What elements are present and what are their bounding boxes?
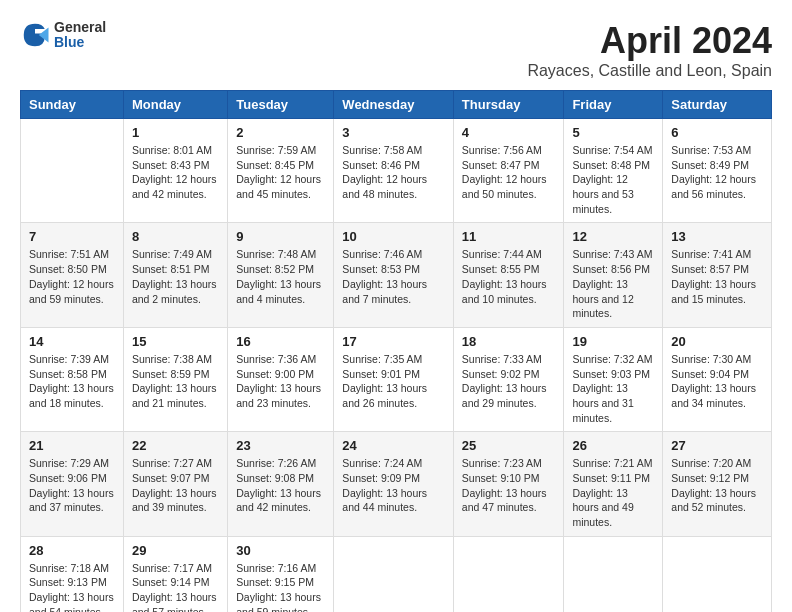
- day-info: Sunrise: 7:48 AMSunset: 8:52 PMDaylight:…: [236, 247, 325, 306]
- header-monday: Monday: [123, 91, 227, 119]
- header-tuesday: Tuesday: [228, 91, 334, 119]
- day-number: 23: [236, 438, 325, 453]
- day-number: 3: [342, 125, 445, 140]
- day-info: Sunrise: 7:16 AMSunset: 9:15 PMDaylight:…: [236, 561, 325, 612]
- calendar-cell: 21Sunrise: 7:29 AMSunset: 9:06 PMDayligh…: [21, 432, 124, 536]
- day-number: 14: [29, 334, 115, 349]
- day-number: 4: [462, 125, 556, 140]
- day-info: Sunrise: 7:51 AMSunset: 8:50 PMDaylight:…: [29, 247, 115, 306]
- day-info: Sunrise: 7:41 AMSunset: 8:57 PMDaylight:…: [671, 247, 763, 306]
- day-number: 13: [671, 229, 763, 244]
- calendar-cell: 23Sunrise: 7:26 AMSunset: 9:08 PMDayligh…: [228, 432, 334, 536]
- page-header: General Blue April 2024 Rayaces, Castill…: [20, 20, 772, 80]
- day-info: Sunrise: 7:49 AMSunset: 8:51 PMDaylight:…: [132, 247, 219, 306]
- day-info: Sunrise: 7:23 AMSunset: 9:10 PMDaylight:…: [462, 456, 556, 515]
- calendar-cell: 27Sunrise: 7:20 AMSunset: 9:12 PMDayligh…: [663, 432, 772, 536]
- calendar-cell: 9Sunrise: 7:48 AMSunset: 8:52 PMDaylight…: [228, 223, 334, 327]
- day-number: 26: [572, 438, 654, 453]
- calendar-cell: 16Sunrise: 7:36 AMSunset: 9:00 PMDayligh…: [228, 327, 334, 431]
- calendar-cell: 13Sunrise: 7:41 AMSunset: 8:57 PMDayligh…: [663, 223, 772, 327]
- calendar-cell: 22Sunrise: 7:27 AMSunset: 9:07 PMDayligh…: [123, 432, 227, 536]
- day-info: Sunrise: 7:36 AMSunset: 9:00 PMDaylight:…: [236, 352, 325, 411]
- calendar-cell: 29Sunrise: 7:17 AMSunset: 9:14 PMDayligh…: [123, 536, 227, 612]
- header-friday: Friday: [564, 91, 663, 119]
- logo-text: General Blue: [54, 20, 106, 51]
- day-number: 2: [236, 125, 325, 140]
- day-number: 17: [342, 334, 445, 349]
- calendar-cell: 18Sunrise: 7:33 AMSunset: 9:02 PMDayligh…: [453, 327, 564, 431]
- day-number: 12: [572, 229, 654, 244]
- logo-icon: [20, 20, 50, 50]
- logo-general-text: General: [54, 20, 106, 35]
- calendar-cell: 4Sunrise: 7:56 AMSunset: 8:47 PMDaylight…: [453, 119, 564, 223]
- calendar-cell: [334, 536, 454, 612]
- day-number: 24: [342, 438, 445, 453]
- day-info: Sunrise: 7:56 AMSunset: 8:47 PMDaylight:…: [462, 143, 556, 202]
- calendar-header-row: SundayMondayTuesdayWednesdayThursdayFrid…: [21, 91, 772, 119]
- calendar-cell: 20Sunrise: 7:30 AMSunset: 9:04 PMDayligh…: [663, 327, 772, 431]
- calendar-cell: 6Sunrise: 7:53 AMSunset: 8:49 PMDaylight…: [663, 119, 772, 223]
- day-info: Sunrise: 7:21 AMSunset: 9:11 PMDaylight:…: [572, 456, 654, 529]
- day-number: 30: [236, 543, 325, 558]
- day-info: Sunrise: 7:18 AMSunset: 9:13 PMDaylight:…: [29, 561, 115, 612]
- calendar-table: SundayMondayTuesdayWednesdayThursdayFrid…: [20, 90, 772, 612]
- calendar-cell: [564, 536, 663, 612]
- day-number: 27: [671, 438, 763, 453]
- calendar-week-row: 21Sunrise: 7:29 AMSunset: 9:06 PMDayligh…: [21, 432, 772, 536]
- title-section: April 2024 Rayaces, Castille and Leon, S…: [527, 20, 772, 80]
- calendar-cell: 2Sunrise: 7:59 AMSunset: 8:45 PMDaylight…: [228, 119, 334, 223]
- page-subtitle: Rayaces, Castille and Leon, Spain: [527, 62, 772, 80]
- day-number: 28: [29, 543, 115, 558]
- day-number: 16: [236, 334, 325, 349]
- day-number: 18: [462, 334, 556, 349]
- day-info: Sunrise: 7:58 AMSunset: 8:46 PMDaylight:…: [342, 143, 445, 202]
- header-thursday: Thursday: [453, 91, 564, 119]
- calendar-cell: 12Sunrise: 7:43 AMSunset: 8:56 PMDayligh…: [564, 223, 663, 327]
- logo-blue-text: Blue: [54, 35, 106, 50]
- day-info: Sunrise: 8:01 AMSunset: 8:43 PMDaylight:…: [132, 143, 219, 202]
- calendar-cell: 8Sunrise: 7:49 AMSunset: 8:51 PMDaylight…: [123, 223, 227, 327]
- day-info: Sunrise: 7:54 AMSunset: 8:48 PMDaylight:…: [572, 143, 654, 216]
- calendar-cell: 11Sunrise: 7:44 AMSunset: 8:55 PMDayligh…: [453, 223, 564, 327]
- logo: General Blue: [20, 20, 106, 51]
- calendar-cell: [453, 536, 564, 612]
- day-number: 29: [132, 543, 219, 558]
- day-info: Sunrise: 7:30 AMSunset: 9:04 PMDaylight:…: [671, 352, 763, 411]
- day-number: 7: [29, 229, 115, 244]
- day-info: Sunrise: 7:44 AMSunset: 8:55 PMDaylight:…: [462, 247, 556, 306]
- day-number: 1: [132, 125, 219, 140]
- day-number: 10: [342, 229, 445, 244]
- day-info: Sunrise: 7:24 AMSunset: 9:09 PMDaylight:…: [342, 456, 445, 515]
- day-number: 21: [29, 438, 115, 453]
- day-info: Sunrise: 7:39 AMSunset: 8:58 PMDaylight:…: [29, 352, 115, 411]
- day-number: 19: [572, 334, 654, 349]
- calendar-cell: 24Sunrise: 7:24 AMSunset: 9:09 PMDayligh…: [334, 432, 454, 536]
- day-number: 25: [462, 438, 556, 453]
- calendar-cell: 14Sunrise: 7:39 AMSunset: 8:58 PMDayligh…: [21, 327, 124, 431]
- day-number: 8: [132, 229, 219, 244]
- day-number: 22: [132, 438, 219, 453]
- day-info: Sunrise: 7:43 AMSunset: 8:56 PMDaylight:…: [572, 247, 654, 320]
- calendar-cell: 5Sunrise: 7:54 AMSunset: 8:48 PMDaylight…: [564, 119, 663, 223]
- day-number: 6: [671, 125, 763, 140]
- day-info: Sunrise: 7:38 AMSunset: 8:59 PMDaylight:…: [132, 352, 219, 411]
- day-info: Sunrise: 7:20 AMSunset: 9:12 PMDaylight:…: [671, 456, 763, 515]
- day-number: 20: [671, 334, 763, 349]
- day-number: 9: [236, 229, 325, 244]
- day-info: Sunrise: 7:32 AMSunset: 9:03 PMDaylight:…: [572, 352, 654, 425]
- day-number: 15: [132, 334, 219, 349]
- calendar-week-row: 14Sunrise: 7:39 AMSunset: 8:58 PMDayligh…: [21, 327, 772, 431]
- calendar-cell: 30Sunrise: 7:16 AMSunset: 9:15 PMDayligh…: [228, 536, 334, 612]
- calendar-cell: 19Sunrise: 7:32 AMSunset: 9:03 PMDayligh…: [564, 327, 663, 431]
- calendar-cell: 28Sunrise: 7:18 AMSunset: 9:13 PMDayligh…: [21, 536, 124, 612]
- header-wednesday: Wednesday: [334, 91, 454, 119]
- calendar-cell: 17Sunrise: 7:35 AMSunset: 9:01 PMDayligh…: [334, 327, 454, 431]
- day-info: Sunrise: 7:53 AMSunset: 8:49 PMDaylight:…: [671, 143, 763, 202]
- calendar-cell: 1Sunrise: 8:01 AMSunset: 8:43 PMDaylight…: [123, 119, 227, 223]
- calendar-cell: 7Sunrise: 7:51 AMSunset: 8:50 PMDaylight…: [21, 223, 124, 327]
- day-info: Sunrise: 7:33 AMSunset: 9:02 PMDaylight:…: [462, 352, 556, 411]
- day-info: Sunrise: 7:46 AMSunset: 8:53 PMDaylight:…: [342, 247, 445, 306]
- day-info: Sunrise: 7:27 AMSunset: 9:07 PMDaylight:…: [132, 456, 219, 515]
- header-sunday: Sunday: [21, 91, 124, 119]
- day-info: Sunrise: 7:26 AMSunset: 9:08 PMDaylight:…: [236, 456, 325, 515]
